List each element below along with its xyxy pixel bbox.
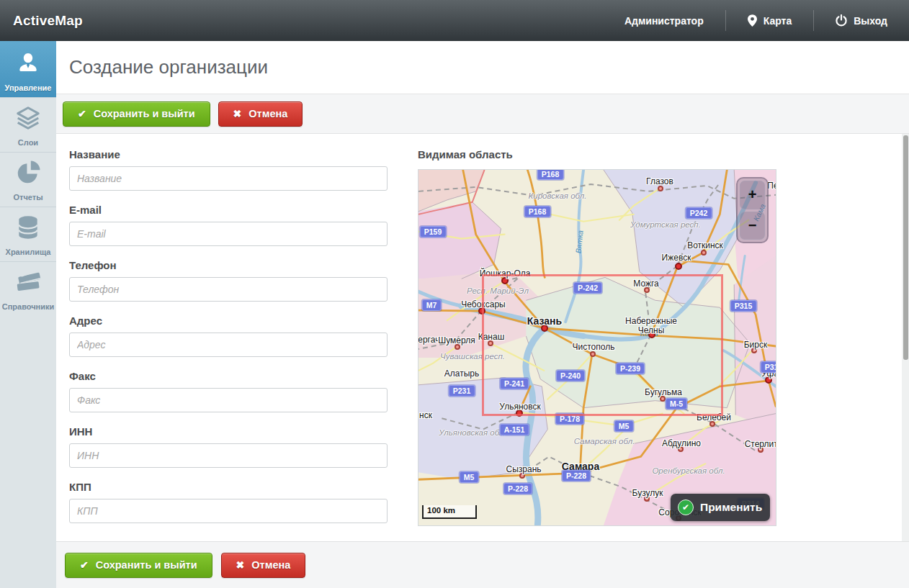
- map-city-dot: [658, 186, 663, 191]
- map-zoom-control: + −: [736, 177, 769, 243]
- user-menu[interactable]: Администратор: [603, 0, 725, 41]
- save-button-label: Сохранить и выйти: [94, 108, 195, 119]
- map-city-label: Бирск: [744, 340, 768, 350]
- page-title: Создание организации: [56, 56, 268, 78]
- inn-label: ИНН: [69, 425, 388, 438]
- save-button-label: Сохранить и выйти: [96, 559, 197, 571]
- map-link-label: Карта: [764, 15, 792, 27]
- map-city-label: Глазов: [646, 177, 673, 186]
- map-region-label: Кировская обл.: [529, 191, 587, 200]
- sidebar-item-label: Хранилища: [6, 248, 51, 256]
- main-area: Создание организации ✔ Сохранить и выйти…: [56, 41, 909, 588]
- apply-button-label: Применить: [700, 501, 762, 514]
- map-road-badge: М5: [460, 471, 479, 483]
- cancel-button-label: Отмена: [251, 559, 290, 571]
- cancel-button[interactable]: ✖ Отмена: [221, 553, 306, 578]
- map-road-badge: P168: [537, 169, 564, 180]
- map-city-label: Пе: [767, 181, 776, 191]
- top-menu: Администратор Карта Выход: [603, 0, 909, 41]
- map-region-label: Ульяновская обл.: [439, 428, 506, 437]
- sidebar-item-directories[interactable]: Справочники: [0, 261, 56, 316]
- map-city-label: Бузулук: [632, 489, 663, 498]
- map-city-label: Шумерля: [438, 336, 475, 345]
- content-area: НазваниеE-mailТелефонАдресФаксИННКПП Вид…: [56, 134, 909, 541]
- phone-input[interactable]: [69, 277, 388, 302]
- map-road-badge: Р-228: [562, 470, 591, 481]
- save-and-exit-button[interactable]: ✔ Сохранить и выйти: [65, 553, 212, 578]
- map-road-badge: P159: [420, 226, 447, 238]
- map-canvas[interactable]: Кировская обл.Удмуртская респ.Респ. Мари…: [418, 169, 776, 526]
- map-road-badge: А-151: [500, 424, 529, 435]
- kpp-field: КПП: [69, 481, 388, 523]
- name-label: Название: [69, 148, 388, 160]
- sidebar-item-label: Отчеты: [13, 193, 42, 202]
- kpp-label: КПП: [69, 481, 388, 493]
- email-label: E-mail: [69, 204, 388, 216]
- close-icon: ✖: [236, 559, 245, 571]
- address-label: Адрес: [69, 315, 388, 327]
- title-row: Создание организации: [56, 41, 909, 94]
- sidebar-item-management[interactable]: Управление: [0, 41, 56, 97]
- database-icon: [14, 214, 42, 244]
- name-input[interactable]: [69, 166, 388, 191]
- map-road-badge: Р-228: [503, 483, 532, 494]
- sidebar-item-reports[interactable]: Отчеты: [0, 152, 56, 207]
- pie-chart-icon: [14, 159, 42, 189]
- layers-icon: [14, 104, 42, 135]
- inn-input[interactable]: [69, 443, 388, 468]
- zoom-out-button[interactable]: −: [740, 212, 765, 240]
- check-icon: ✔: [80, 559, 89, 571]
- map-city-label: Воткинск: [687, 241, 723, 250]
- sidebar-item-layers[interactable]: Слои: [0, 97, 56, 152]
- fax-label: Факс: [69, 370, 388, 382]
- user-name-label: Администратор: [624, 15, 704, 27]
- map-scale-bar: 100 km: [422, 505, 477, 519]
- map-road-badge: P242: [686, 207, 712, 219]
- map-road-badge: М5: [614, 420, 634, 432]
- map-road-badge: P168: [524, 206, 551, 217]
- user-icon: [14, 50, 42, 80]
- logout-button[interactable]: Выход: [814, 0, 909, 41]
- bottom-action-bar: ✔ Сохранить и выйти ✖ Отмена: [56, 541, 909, 588]
- map-road-badge: Р315: [761, 361, 776, 373]
- phone-field: Телефон: [69, 259, 388, 302]
- email-field: E-mail: [69, 204, 388, 246]
- map-city-label: Стерлита: [745, 440, 776, 449]
- sidebar-item-label: Слои: [18, 138, 38, 147]
- map-city-label: Абдулино: [662, 439, 701, 448]
- sidebar-item-label: Управление: [4, 83, 51, 92]
- apply-button[interactable]: ✔ Применить: [671, 494, 770, 521]
- phone-label: Телефон: [69, 259, 388, 271]
- name-field: Название: [69, 148, 388, 191]
- map-road-badge: М7: [422, 299, 442, 311]
- top-action-bar: ✔ Сохранить и выйти ✖ Отмена: [56, 94, 909, 134]
- sidebar-item-storage[interactable]: Хранилища: [0, 207, 56, 261]
- top-bar: ActiveMap Администратор Карта Выход: [0, 0, 909, 41]
- map-region-label: Удмуртская респ.: [630, 220, 701, 229]
- check-circle-icon: ✔: [678, 499, 694, 515]
- map-city-label: Алатырь: [444, 369, 479, 379]
- cancel-button[interactable]: ✖ Отмена: [218, 101, 303, 127]
- email-input[interactable]: [69, 222, 388, 246]
- fax-input[interactable]: [69, 388, 388, 412]
- map-road-badge: Р231: [449, 385, 475, 397]
- scrollbar-thumb[interactable]: [903, 135, 908, 360]
- map-road-badge: Р315: [730, 300, 757, 312]
- map-city-label: Сызрань: [506, 465, 541, 474]
- map-city-label: Сергач: [418, 335, 439, 345]
- address-input[interactable]: [69, 333, 388, 357]
- map-city-dot: [701, 250, 707, 255]
- map-link[interactable]: Карта: [726, 0, 814, 41]
- fax-field: Факс: [69, 370, 388, 412]
- map-city-dot: [675, 263, 682, 270]
- save-and-exit-button[interactable]: ✔ Сохранить и выйти: [63, 101, 210, 127]
- map-selection-rect[interactable]: [482, 274, 723, 416]
- power-icon: [836, 14, 847, 27]
- map-region-label: Самарская обл.: [574, 437, 635, 445]
- cancel-button-label: Отмена: [248, 108, 287, 119]
- kpp-input[interactable]: [69, 499, 388, 523]
- zoom-in-button[interactable]: +: [740, 181, 765, 209]
- scrollbar-track[interactable]: [902, 134, 909, 541]
- check-icon: ✔: [78, 108, 86, 119]
- sidebar: Управление Слои Отчеты Хранилища: [0, 41, 56, 588]
